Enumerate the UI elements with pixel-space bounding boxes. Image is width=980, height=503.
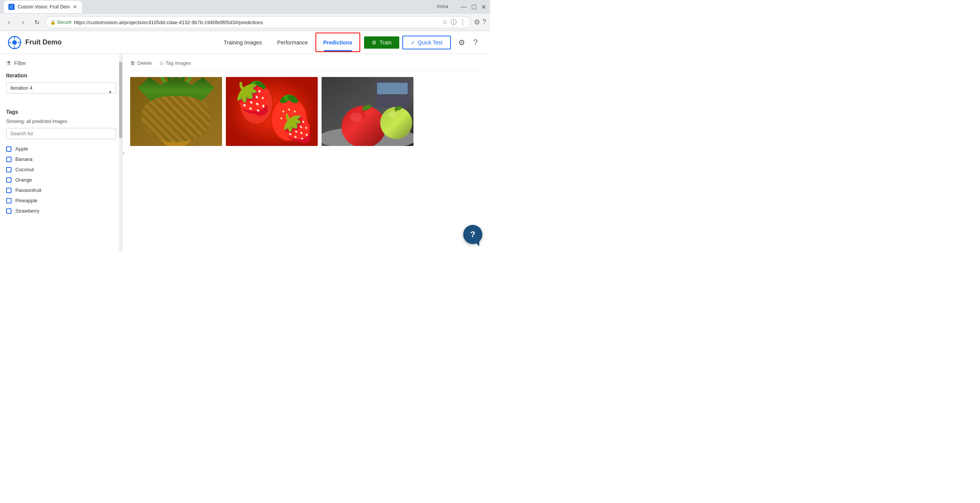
svg-point-24 xyxy=(251,81,262,87)
svg-point-1 xyxy=(12,40,17,45)
app-title: Fruit Demo xyxy=(25,38,62,46)
tag-label-apple: Apple xyxy=(15,146,28,152)
content-toolbar: 🗑 Delete ◇ Tag images xyxy=(130,60,482,71)
toolbar-help-icon[interactable]: ? xyxy=(482,18,486,26)
forward-icon: › xyxy=(22,19,24,26)
tag-checkbox-pineapple[interactable] xyxy=(6,198,11,203)
star-icon[interactable]: ☆ xyxy=(442,18,448,26)
tag-label-orange: Orange xyxy=(15,177,32,183)
address-bar[interactable]: 🔒 Secure https://customvision.ai/project… xyxy=(45,16,471,28)
svg-point-32 xyxy=(265,103,267,105)
tag-label-pineapple: Pineapple xyxy=(15,198,38,203)
tag-label-passionfruit: Passionfruit xyxy=(15,187,41,193)
tag-item-banana[interactable]: Banana xyxy=(6,154,116,164)
browser-chrome: C Custom Vision: Fruit Dem ✕ Anna — ☐ ✕ … xyxy=(0,0,490,31)
app-logo[interactable]: Fruit Demo xyxy=(8,36,62,49)
refresh-icon: ↻ xyxy=(34,19,39,26)
maximize-button[interactable]: ☐ xyxy=(471,3,477,11)
tag-checkbox-passionfruit[interactable] xyxy=(6,188,11,193)
tag-item-apple[interactable]: Apple xyxy=(6,144,116,154)
delete-icon: 🗑 xyxy=(130,60,135,66)
tag-checkbox-coconut[interactable] xyxy=(6,167,11,172)
app-nav: Training Images Performance Predictions … xyxy=(216,31,482,54)
tab-title: Custom Vision: Fruit Dem xyxy=(18,4,70,10)
svg-point-13 xyxy=(155,98,197,146)
tag-checkbox-banana[interactable] xyxy=(6,157,11,162)
help-icon: ? xyxy=(473,38,477,47)
svg-line-15 xyxy=(165,102,195,133)
help-bubble-icon: ? xyxy=(470,229,475,239)
tag-item-pineapple[interactable]: Pineapple xyxy=(6,195,116,206)
tags-section-title: Tags xyxy=(6,109,116,115)
forward-button[interactable]: › xyxy=(18,17,28,28)
iteration-section-title: Iteration xyxy=(6,72,116,79)
sidebar-scrollbar-track[interactable] xyxy=(119,54,122,251)
secure-indicator: 🔒 Secure xyxy=(50,20,72,25)
svg-point-57 xyxy=(380,107,412,139)
tag-item-coconut[interactable]: Coconut xyxy=(6,164,116,175)
train-button[interactable]: ⚙ Train xyxy=(364,36,399,49)
svg-point-30 xyxy=(254,102,256,104)
address-bar-actions: ☆ ⓘ ⋮ xyxy=(442,18,466,26)
info-icon[interactable]: ⓘ xyxy=(451,18,457,26)
train-gear-icon: ⚙ xyxy=(372,39,377,46)
iteration-dropdown[interactable]: Iteration 4 xyxy=(6,82,116,93)
svg-point-22 xyxy=(240,84,273,124)
tag-item-orange[interactable]: Orange xyxy=(6,175,116,185)
quick-test-label: Quick Test xyxy=(418,39,443,46)
sidebar-collapse-button[interactable]: ‹ xyxy=(122,149,487,157)
nav-training-images[interactable]: Training Images xyxy=(216,31,270,54)
help-bubble-button[interactable]: ? xyxy=(463,225,482,244)
images-grid xyxy=(130,77,482,146)
delete-label: Delete xyxy=(137,60,152,66)
settings-icon: ⚙ xyxy=(458,38,465,47)
refresh-button[interactable]: ↻ xyxy=(31,17,42,28)
svg-point-25 xyxy=(254,80,267,91)
lock-icon: 🔒 xyxy=(50,20,56,25)
image-card-strawberries[interactable] xyxy=(226,77,318,146)
svg-point-34 xyxy=(256,110,258,112)
tag-label-coconut: Coconut xyxy=(15,167,34,172)
tag-item-passionfruit[interactable]: Passionfruit xyxy=(6,185,116,195)
tag-checkbox-strawberry[interactable] xyxy=(6,208,11,214)
more-icon[interactable]: ⋮ xyxy=(460,18,466,26)
tag-item-strawberry[interactable]: Strawberry xyxy=(6,206,116,216)
app-header: Fruit Demo Training Images Performance P… xyxy=(0,31,490,54)
svg-line-19 xyxy=(165,108,195,138)
svg-point-26 xyxy=(250,97,252,99)
tags-search-input[interactable] xyxy=(6,128,116,139)
browser-titlebar: C Custom Vision: Fruit Dem ✕ Anna — ☐ ✕ xyxy=(0,0,490,14)
image-card-pineapple[interactable] xyxy=(130,77,222,146)
user-label: Anna xyxy=(437,3,448,11)
back-button[interactable]: ‹ xyxy=(4,17,15,28)
svg-point-9 xyxy=(174,77,178,98)
strawberries-svg xyxy=(226,77,318,146)
tag-images-button[interactable]: ◇ Tag images xyxy=(160,60,191,66)
close-button[interactable]: ✕ xyxy=(481,3,486,11)
url-text: https://customvision.ai/projects/ec4105d… xyxy=(74,20,263,25)
minimize-button[interactable]: — xyxy=(461,3,467,11)
tags-showing-label: Showing: all predicted images xyxy=(6,119,116,124)
nav-predictions[interactable]: Predictions xyxy=(315,33,360,52)
header-settings-button[interactable]: ⚙ xyxy=(455,36,469,49)
filter-header[interactable]: ⚗ Filter xyxy=(6,60,116,66)
toolbar-actions: ⚙ ? xyxy=(474,18,486,26)
image-card-apples[interactable] xyxy=(322,77,413,146)
nav-performance[interactable]: Performance xyxy=(270,31,315,54)
tab-favicon: C xyxy=(8,4,15,10)
sidebar-scrollbar-thumb[interactable] xyxy=(119,62,122,138)
browser-tab[interactable]: C Custom Vision: Fruit Dem ✕ xyxy=(4,1,82,13)
tags-section: Tags Showing: all predicted images Apple… xyxy=(6,109,116,216)
svg-point-45 xyxy=(287,116,289,118)
logo-icon xyxy=(8,36,21,49)
tab-close-button[interactable]: ✕ xyxy=(73,4,77,10)
tag-checkbox-orange[interactable] xyxy=(6,177,11,183)
quick-test-button[interactable]: ✓ Quick Test xyxy=(402,36,451,49)
header-help-button[interactable]: ? xyxy=(469,36,482,49)
delete-button[interactable]: 🗑 Delete xyxy=(130,60,152,66)
svg-point-41 xyxy=(283,111,284,113)
toolbar-settings-icon[interactable]: ⚙ xyxy=(474,18,480,26)
tag-checkbox-apple[interactable] xyxy=(6,146,11,152)
svg-line-14 xyxy=(161,104,191,134)
tag-icon: ◇ xyxy=(160,60,163,66)
